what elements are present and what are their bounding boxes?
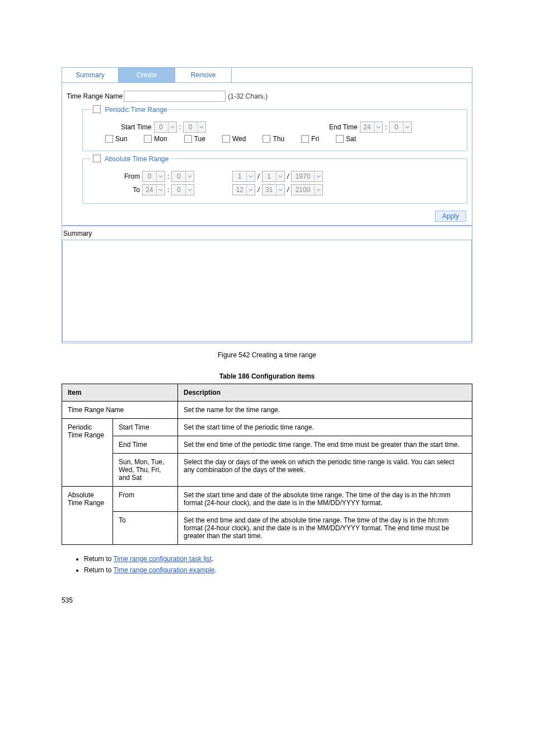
end-minute-select[interactable]: 0 xyxy=(389,122,412,133)
absolute-legend-text: Absolute Time Range xyxy=(105,155,169,163)
chevron-down-icon xyxy=(156,171,165,181)
time-range-name-input[interactable] xyxy=(124,91,226,102)
chevron-down-icon xyxy=(314,171,322,181)
row-desc: Set the end time of the periodic time ra… xyxy=(178,436,472,454)
periodic-legend: Periodic Time Range xyxy=(91,105,170,114)
chevron-down-icon xyxy=(276,171,284,181)
start-minute-select[interactable]: 0 xyxy=(183,122,206,133)
table-head-desc: Description xyxy=(178,384,472,402)
table-caption: Table 186 Configuration items xyxy=(62,372,472,380)
chevron-down-icon xyxy=(246,185,255,195)
to-minute-select[interactable]: 0 xyxy=(171,184,194,195)
table-head-item: Item xyxy=(62,384,178,402)
from-year-select[interactable]: 1970 xyxy=(291,171,323,182)
periodic-fieldset: Periodic Time Range Start Time 0 : 0 End… xyxy=(82,105,467,151)
row-item: Time Range Name xyxy=(62,402,178,419)
chevron-down-icon xyxy=(403,122,411,132)
return-item: Return to Time range configuration task … xyxy=(84,555,472,563)
table-row: Sun, Mon, Tue, Wed, Thu, Fri, and Sat Se… xyxy=(62,454,472,487)
from-day-select[interactable]: 1 xyxy=(262,171,285,182)
chevron-down-icon xyxy=(168,122,176,132)
day-mon-checkbox[interactable] xyxy=(144,135,152,143)
row-subitem: Sun, Mon, Tue, Wed, Thu, Fri, and Sat xyxy=(113,454,178,487)
table-row: End Time Set the end time of the periodi… xyxy=(62,436,472,454)
from-minute-select[interactable]: 0 xyxy=(171,171,194,182)
row-subitem: To xyxy=(113,512,178,545)
figure-caption: Figure 542 Creating a time range xyxy=(62,351,472,359)
return-item: Return to Time range configuration examp… xyxy=(84,566,472,574)
periodic-checkbox[interactable] xyxy=(93,105,101,113)
page-number: 535 xyxy=(62,596,472,604)
tab-bar: Summary Create Remove xyxy=(62,68,472,83)
day-wed-label: Wed xyxy=(232,135,246,143)
table-row: Periodic Time Range Start Time Set the s… xyxy=(62,419,472,436)
from-label: From xyxy=(121,172,140,180)
chevron-down-icon xyxy=(246,171,255,181)
table-row: To Set the end time and date of the abso… xyxy=(62,512,472,545)
start-time-label: Start Time xyxy=(121,123,152,131)
day-tue-checkbox[interactable] xyxy=(184,135,192,143)
chevron-down-icon xyxy=(156,185,165,195)
absolute-legend: Absolute Time Range xyxy=(91,155,171,163)
to-month-select[interactable]: 12 xyxy=(232,184,255,195)
row-item: Periodic Time Range xyxy=(62,419,113,487)
row-desc: Set the end time and date of the absolut… xyxy=(178,512,472,545)
chevron-down-icon xyxy=(197,122,205,132)
table-row: Time Range Name Set the name for the tim… xyxy=(62,402,472,419)
summary-box xyxy=(62,240,472,342)
day-sat-checkbox[interactable] xyxy=(336,135,344,143)
periodic-legend-text: Periodic Time Range xyxy=(105,106,167,114)
day-sun-checkbox[interactable] xyxy=(105,135,113,143)
from-month-select[interactable]: 1 xyxy=(232,171,255,182)
apply-button[interactable]: Apply xyxy=(435,211,466,222)
end-time-label: End Time xyxy=(329,123,358,131)
to-year-select[interactable]: 2100 xyxy=(291,184,323,195)
to-label: To xyxy=(121,186,140,194)
chevron-down-icon xyxy=(314,185,322,195)
start-hour-select[interactable]: 0 xyxy=(154,122,177,133)
day-sun-label: Sun xyxy=(115,135,127,143)
return-link-config-example[interactable]: Time range configuration example xyxy=(113,566,214,574)
config-items-table: Item Description Time Range Name Set the… xyxy=(62,384,472,545)
create-time-range-screenshot: Summary Create Remove Time Range Name (1… xyxy=(62,67,472,343)
chevron-down-icon xyxy=(185,185,194,195)
chevron-down-icon xyxy=(374,122,382,132)
chevron-down-icon xyxy=(276,185,284,195)
summary-heading: Summary xyxy=(62,226,472,240)
absolute-fieldset: Absolute Time Range From 0 : 0 1 / 1 / 1… xyxy=(82,155,467,204)
row-subitem: End Time xyxy=(113,436,178,454)
chevron-down-icon xyxy=(185,171,194,181)
day-fri-checkbox[interactable] xyxy=(301,135,309,143)
day-tue-label: Tue xyxy=(194,135,205,143)
row-subitem: From xyxy=(113,487,178,512)
row-desc: Set the start time and date of the absol… xyxy=(178,487,472,512)
table-row: Absolute Time Range From Set the start t… xyxy=(62,487,472,512)
day-sat-label: Sat xyxy=(346,135,356,143)
absolute-checkbox[interactable] xyxy=(93,155,101,162)
end-hour-select[interactable]: 24 xyxy=(360,122,383,133)
day-thu-checkbox[interactable] xyxy=(263,135,270,143)
row-desc: Set the name for the time range. xyxy=(178,402,472,419)
time-range-name-label: Time Range Name xyxy=(67,92,123,100)
row-subitem: Start Time xyxy=(113,419,178,436)
row-item: Absolute Time Range xyxy=(62,487,113,545)
day-mon-label: Mon xyxy=(154,135,167,143)
tab-summary[interactable]: Summary xyxy=(62,68,119,82)
tab-create[interactable]: Create xyxy=(119,68,175,82)
return-lead: Return to xyxy=(84,555,111,563)
return-link-task-list[interactable]: Time range configuration task list xyxy=(113,555,212,563)
return-lead: Return to xyxy=(84,566,111,574)
days-row: Sun Mon Tue Wed Thu Fri Sat xyxy=(91,135,459,143)
row-desc: Set the start time of the periodic time … xyxy=(178,419,472,436)
tab-remove[interactable]: Remove xyxy=(175,68,232,82)
from-hour-select[interactable]: 0 xyxy=(142,171,165,182)
row-desc: Select the day or days of the week on wh… xyxy=(178,454,472,487)
time-range-name-hint: (1-32 Chars.) xyxy=(228,92,268,100)
day-wed-checkbox[interactable] xyxy=(222,135,230,143)
day-fri-label: Fri xyxy=(311,135,319,143)
to-hour-select[interactable]: 24 xyxy=(142,184,165,195)
to-day-select[interactable]: 31 xyxy=(262,184,285,195)
day-thu-label: Thu xyxy=(273,135,284,143)
